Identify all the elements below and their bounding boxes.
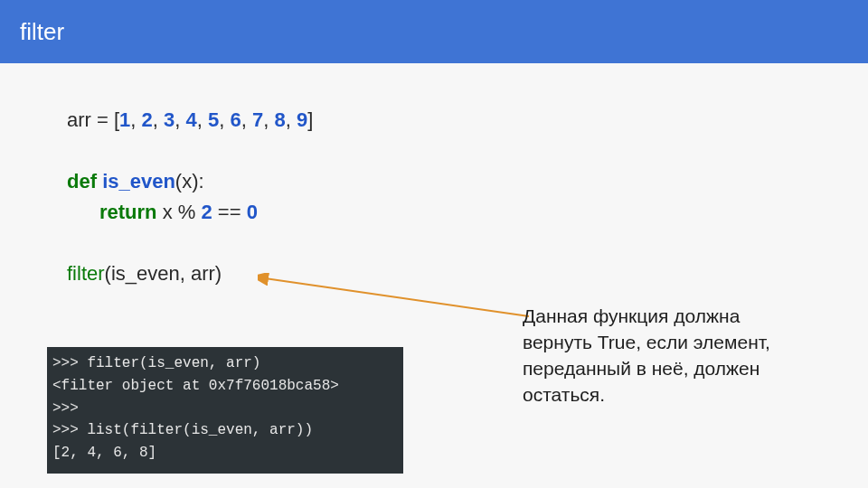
code-line-arr: arr = [1, 2, 3, 4, 5, 6, 7, 8, 9]	[67, 105, 801, 136]
code-line-return: return x % 2 == 0	[67, 197, 801, 228]
code-line-blank2	[67, 228, 801, 258]
code-example: arr = [1, 2, 3, 4, 5, 6, 7, 8, 9] def is…	[67, 105, 801, 290]
slide-header: filter	[0, 0, 868, 63]
code-line-def: def is_even(x):	[67, 166, 801, 197]
slide-content: arr = [1, 2, 3, 4, 5, 6, 7, 8, 9] def is…	[0, 63, 868, 290]
terminal-output: >>> filter(is_even, arr) <filter object …	[47, 347, 403, 474]
code-line-blank1	[67, 136, 801, 166]
term-line-2: <filter object at 0x7f76018bca58>	[52, 375, 396, 398]
code-line-call: filter(is_even, arr)	[67, 258, 801, 289]
term-line-1: >>> filter(is_even, arr)	[52, 352, 396, 375]
slide-title: filter	[20, 18, 64, 46]
term-line-3: >>>	[52, 398, 396, 420]
term-line-5: [2, 4, 6, 8]	[52, 442, 396, 465]
note-text: Данная функция должна вернуть True, если…	[523, 305, 770, 405]
term-line-4: >>> list(filter(is_even, arr))	[52, 419, 396, 442]
explanation-note: Данная функция должна вернуть True, если…	[523, 304, 812, 408]
